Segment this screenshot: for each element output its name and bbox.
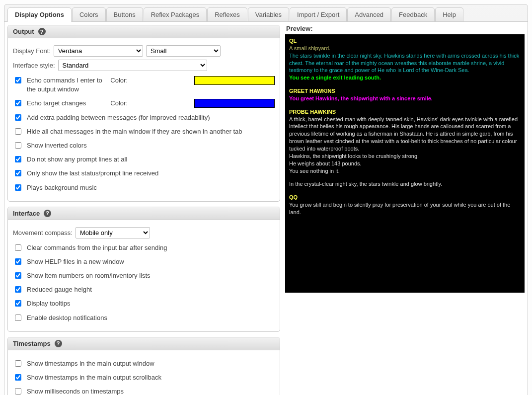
echo-commands-label: Echo commands I enter to the output wind… [27,76,106,94]
music-checkbox[interactable] [15,184,21,191]
echo-commands-color-label: Color: [110,76,190,85]
interface-section: Interface ? Movement compass: Mobile onl… [7,207,280,332]
tab-display-options[interactable]: Display Options [7,7,72,22]
interface-header: Interface ? [8,207,280,220]
timestamps-header: Timestamps ? [8,337,280,350]
preview-text: You greet Hawkins, the shipwright with a… [289,95,521,102]
tab-advanced[interactable]: Advanced [347,7,391,21]
tooltips-label: Display tooltips [27,299,275,308]
clear-commands-checkbox[interactable] [15,244,21,251]
help-icon[interactable]: ? [38,28,46,35]
preview-label: Preview: [285,25,525,32]
interface-title: Interface [13,210,40,217]
tab-feedback[interactable]: Feedback [391,7,435,21]
tooltips-checkbox[interactable] [15,300,21,307]
preview-text: The stars twinkle in the clear night sky… [289,52,521,75]
preview-text: GREET HAWKINS [289,87,521,95]
echo-commands-color-swatch[interactable] [194,76,275,85]
tab-buttons[interactable]: Buttons [106,7,143,21]
preview-text: A thick, barrel-chested man with deeply … [289,116,521,153]
inverted-checkbox[interactable] [15,142,21,149]
ts-main-output-checkbox[interactable] [15,360,21,367]
output-title: Output [13,28,34,35]
tab-reflex-packages[interactable]: Reflex Packages [144,7,207,21]
echo-commands-checkbox[interactable] [15,77,21,83]
interface-style-label: Interface style: [13,62,55,69]
preview-text: QL [289,37,521,45]
timestamps-title: Timestamps [13,340,51,347]
ts-scrollback-label: Show timestamps in the main output scrol… [27,373,275,382]
help-icon[interactable]: ? [44,210,51,217]
last-status-checkbox[interactable] [15,170,21,176]
inverted-label: Show inverted colors [27,141,275,150]
tab-colors[interactable]: Colors [72,7,106,21]
output-section: Output ? Display Font: Verdana Small [7,25,280,202]
help-icon[interactable]: ? [55,340,62,347]
ts-millis-checkbox[interactable] [15,388,21,395]
hide-chat-checkbox[interactable] [15,128,21,135]
display-size-select[interactable]: Small [146,45,221,57]
last-status-label: Only show the last status/prompt line re… [27,169,275,178]
item-numbers-label: Show item numbers on room/inventory list… [27,271,275,280]
display-font-select[interactable]: Verdana [54,45,143,57]
compass-label: Movement compass: [13,229,73,237]
settings-window: Display Options Colors Buttons Reflex Pa… [4,4,528,395]
echo-target-label: Echo target changes [27,99,106,108]
reduced-gauge-label: Reduced gauge height [27,285,275,294]
preview-text: He weighs about 143 pounds. [289,160,521,167]
preview-text: QQ [289,194,521,201]
help-window-label: Show HELP files in a new window [27,257,275,266]
extra-padding-label: Add extra padding between messages (for … [27,113,275,122]
reduced-gauge-checkbox[interactable] [15,286,21,293]
output-header: Output ? [8,25,280,38]
left-column: Output ? Display Font: Verdana Small [7,25,283,395]
ts-scrollback-checkbox[interactable] [15,374,21,381]
preview-text: Hawkins, the shipwright looks to be crus… [289,153,521,160]
compass-select[interactable]: Mobile only [76,227,150,238]
tab-variables[interactable]: Variables [248,7,289,21]
help-window-checkbox[interactable] [15,258,21,265]
preview-text: You see a single exit leading south. [289,74,521,81]
tab-help[interactable]: Help [435,7,463,21]
extra-padding-checkbox[interactable] [15,114,21,121]
tab-import-export[interactable]: Import / Export [290,7,347,21]
echo-target-checkbox[interactable] [15,100,21,106]
item-numbers-checkbox[interactable] [15,272,21,279]
no-prompt-label: Do not show any prompt lines at all [27,155,275,164]
content-area: Output ? Display Font: Verdana Small [4,21,528,395]
interface-style-select[interactable]: Standard [58,60,207,71]
tab-reflexes[interactable]: Reflexes [207,7,247,21]
tab-bar: Display Options Colors Buttons Reflex Pa… [4,4,528,21]
music-label: Plays background music [27,183,275,192]
ts-main-output-label: Show timestamps in the main output windo… [27,359,275,368]
no-prompt-checkbox[interactable] [15,156,21,162]
preview-text: A small shipyard. [289,45,521,52]
preview-text: You grow still and begin to silently pra… [289,201,521,216]
clear-commands-label: Clear commands from the input bar after … [27,243,275,252]
preview-text: PROBE HAWKINS [289,108,521,116]
right-column: Preview: QL A small shipyard. The stars … [283,25,525,395]
preview-text: In the crystal-clear night sky, the star… [289,180,521,188]
echo-target-color-label: Color: [110,99,190,108]
timestamps-section: Timestamps ? Show timestamps in the main… [7,337,280,395]
desktop-notif-checkbox[interactable] [15,315,21,321]
desktop-notif-label: Enable desktop notifications [27,314,275,322]
display-font-label: Display Font: [13,47,51,55]
hide-chat-label: Hide all chat messages in the main windo… [27,127,275,136]
ts-millis-label: Show milliseconds on timestamps [27,387,275,395]
echo-target-color-swatch[interactable] [194,99,275,108]
preview-pane: QL A small shipyard. The stars twinkle i… [285,34,525,293]
preview-text: You see nothing in it. [289,167,521,175]
